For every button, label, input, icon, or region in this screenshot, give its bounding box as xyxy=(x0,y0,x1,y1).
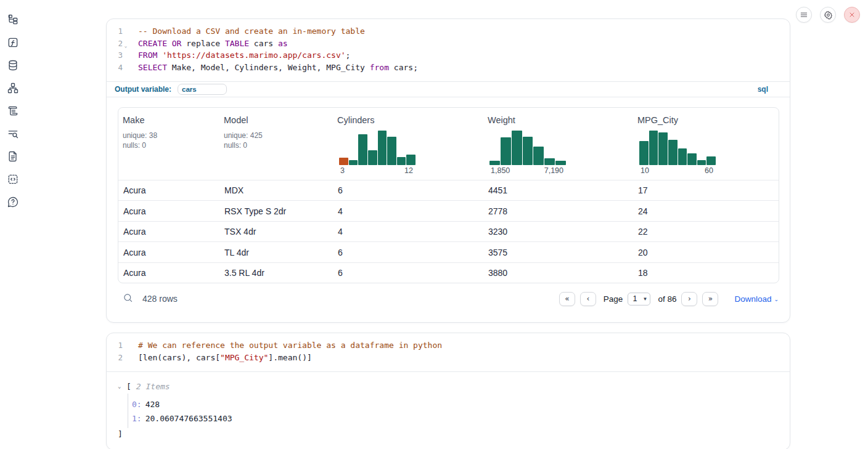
histogram-bar xyxy=(406,155,416,165)
histogram-bar xyxy=(489,161,500,165)
code-line: 4SELECT Make, Model, Cylinders, Weight, … xyxy=(107,62,790,74)
code-line: 2[len(cars), cars["MPG_City"].mean()] xyxy=(107,352,790,364)
line-number: 4 xyxy=(107,62,123,74)
histogram-bar xyxy=(387,137,396,165)
table-cell: 3880 xyxy=(483,263,633,283)
token-comment: # We can reference the output variable a… xyxy=(138,341,442,350)
logs-search-icon[interactable] xyxy=(6,127,20,140)
axis-max-label: 60 xyxy=(705,166,713,175)
token-plain: replace xyxy=(181,39,224,48)
column-header-weight[interactable]: Weight1,8507,190 xyxy=(483,108,633,180)
column-stat: unique: 38 xyxy=(123,131,215,140)
menu-icon[interactable] xyxy=(796,7,812,23)
python-code-editor[interactable]: 1# We can reference the output variable … xyxy=(107,333,790,371)
documentation-icon[interactable] xyxy=(6,150,20,163)
table-cell: 17 xyxy=(633,180,779,201)
tree-entry-key: 1: xyxy=(132,414,142,423)
table-body: AcuraMDX6445117AcuraRSX Type S 2dr427782… xyxy=(118,180,779,283)
table-cell: 4 xyxy=(333,222,483,242)
line-number: 2 xyxy=(107,352,123,364)
row-count: 428 rows xyxy=(142,294,178,304)
datasources-icon[interactable] xyxy=(6,59,20,72)
functions-icon[interactable] xyxy=(6,36,20,49)
column-header-model[interactable]: Modelunique: 425nulls: 0 xyxy=(219,108,333,180)
download-button[interactable]: Download ⌄ xyxy=(734,294,779,304)
snippets-icon[interactable] xyxy=(6,172,20,186)
tree-entry-key: 0: xyxy=(132,400,142,409)
axis-min-label: 3 xyxy=(340,166,345,175)
histogram-bar xyxy=(523,137,533,165)
output-variable-input[interactable] xyxy=(178,84,227,95)
token-plain: ; xyxy=(346,51,351,60)
data-table: Makeunique: 38nulls: 0Modelunique: 425nu… xyxy=(118,107,779,284)
file-tree-icon[interactable] xyxy=(6,13,20,26)
histogram-bar xyxy=(639,141,649,165)
axis-max-label: 7,190 xyxy=(544,166,563,175)
dependency-graph-icon[interactable] xyxy=(6,81,20,95)
tree-entry: 1:20.060747663551403 xyxy=(132,411,779,426)
column-stats: unique: 425nulls: 0 xyxy=(224,131,328,150)
scratchpad-icon[interactable] xyxy=(6,104,20,118)
table-cell: 2778 xyxy=(483,201,633,221)
search-icon[interactable] xyxy=(123,293,133,305)
histogram-bar xyxy=(358,134,367,165)
token-plain: [len(cars), cars[ xyxy=(138,353,220,362)
table-cell: 3230 xyxy=(483,222,633,242)
table-header: Makeunique: 38nulls: 0Modelunique: 425nu… xyxy=(118,108,779,180)
items-count-label: 2 Items xyxy=(136,382,170,391)
output-variable-label: Output variable: xyxy=(115,85,171,94)
histogram-bar xyxy=(378,131,387,165)
code-text: [len(cars), cars["MPG_City"].mean()] xyxy=(133,352,312,364)
tree-entries: 0:4281:20.060747663551403 xyxy=(128,394,779,428)
table-cell: 6 xyxy=(333,263,483,283)
help-icon[interactable] xyxy=(6,195,20,209)
histogram-axis-labels: 1,8507,190 xyxy=(489,165,566,175)
column-header-cylinders[interactable]: Cylinders312 xyxy=(333,108,483,180)
table-cell: Acura xyxy=(118,180,219,201)
collapse-chevron-icon[interactable]: ⌄ xyxy=(118,383,126,389)
histogram-axis-labels: 312 xyxy=(339,165,416,175)
code-text: CREATE OR replace TABLE cars as xyxy=(133,38,288,50)
table-cell: 3575 xyxy=(483,242,633,262)
column-title: MPG_City xyxy=(637,115,774,125)
python-cell: 1# We can reference the output variable … xyxy=(106,333,790,449)
table-cell: 20 xyxy=(633,242,779,262)
token-plain: ].mean()] xyxy=(268,353,311,362)
token-str: "MPG_City" xyxy=(220,353,268,362)
axis-min-label: 1,850 xyxy=(491,166,510,175)
code-line: 1-- Download a CSV and create an in-memo… xyxy=(107,25,790,38)
table-cell: TSX 4dr xyxy=(219,222,333,242)
column-title: Weight xyxy=(488,115,628,125)
histogram-bar xyxy=(533,147,544,165)
settings-gear-icon[interactable] xyxy=(820,7,836,23)
close-bracket: ] xyxy=(118,429,779,439)
token-kw: FROM xyxy=(138,51,157,60)
pagination: « ‹ Page 1 ▼ of 86 › » Download ⌄ xyxy=(559,292,779,306)
first-page-button[interactable]: « xyxy=(559,292,575,306)
token-kw: SELECT xyxy=(138,63,167,72)
output-variable-bar: Output variable: sql xyxy=(107,81,790,97)
close-icon[interactable] xyxy=(844,7,860,23)
left-sidebar xyxy=(0,0,26,449)
column-header-make[interactable]: Makeunique: 38nulls: 0 xyxy=(118,108,219,180)
token-plain: cars xyxy=(249,39,278,48)
histogram-bar xyxy=(339,158,348,165)
last-page-button[interactable]: » xyxy=(702,292,718,306)
histogram-bar xyxy=(349,160,358,165)
page-select[interactable]: 1 ▼ xyxy=(628,293,650,305)
language-badge: sql xyxy=(758,85,768,94)
next-page-button[interactable]: › xyxy=(681,292,697,306)
page-select-value: 1 xyxy=(633,294,637,303)
sql-code-editor[interactable]: 1-- Download a CSV and create an in-memo… xyxy=(107,19,790,81)
sql-cell-output: Makeunique: 38nulls: 0Modelunique: 425nu… xyxy=(107,97,790,323)
sql-cell: 1-- Download a CSV and create an in-memo… xyxy=(106,18,790,323)
fold-chevron-icon[interactable]: ⌄ xyxy=(123,40,129,52)
column-header-mpg_city[interactable]: MPG_City1060 xyxy=(633,108,779,180)
histogram-bar xyxy=(368,150,377,165)
token-kw: as xyxy=(278,39,288,48)
prev-page-button[interactable]: ‹ xyxy=(580,292,596,306)
line-number: 3 xyxy=(107,49,123,62)
table-cell: Acura xyxy=(118,263,219,283)
axis-min-label: 10 xyxy=(641,166,649,175)
table-cell: MDX xyxy=(219,180,333,201)
